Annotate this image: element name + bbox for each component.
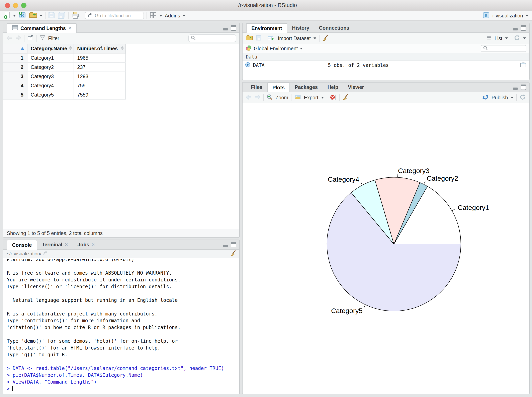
console-output-line — [7, 263, 239, 270]
filter-button-label[interactable]: Filter — [48, 36, 59, 41]
row-number-header[interactable] — [3, 44, 27, 53]
minimize-pane-icon[interactable] — [223, 242, 228, 248]
import-dataset-caret[interactable] — [314, 37, 316, 39]
tab-console[interactable]: Console — [7, 240, 37, 250]
viewer-status-bar: Showing 1 to 5 of 5 entries, 2 total col… — [3, 229, 239, 237]
pane-layout-menu-caret[interactable] — [159, 15, 162, 17]
refresh-menu-caret[interactable] — [523, 37, 526, 39]
environment-scope-selector[interactable]: Global Environment — [254, 46, 298, 51]
tab-viewer[interactable]: Viewer — [343, 82, 369, 92]
maximize-pane-icon[interactable] — [521, 84, 526, 91]
minimize-pane-icon[interactable] — [513, 84, 518, 91]
open-file-icon[interactable] — [29, 12, 37, 19]
publish-button[interactable]: Publish — [492, 95, 508, 100]
console-output-line: 'help.start()' for an HTML browser inter… — [7, 345, 239, 351]
previous-plot-icon[interactable] — [246, 95, 252, 100]
sort-toggle-icon[interactable] — [69, 46, 72, 50]
sort-toggle-icon[interactable] — [121, 46, 124, 50]
refresh-icon[interactable] — [514, 35, 520, 42]
expand-object-icon[interactable] — [245, 62, 251, 69]
console-tabbar: Console Terminal× Jobs× — [3, 240, 239, 250]
filter-icon[interactable] — [40, 35, 45, 42]
list-view-button[interactable]: List — [494, 36, 502, 41]
export-plot-button[interactable]: Export — [304, 95, 318, 100]
window-title: ~/r-visualization - RStudio — [235, 2, 297, 8]
zoom-window-button[interactable] — [21, 3, 26, 8]
minimize-pane-icon[interactable] — [513, 25, 518, 31]
addins-menu-caret[interactable] — [183, 15, 185, 17]
tab-connections[interactable]: Connections — [314, 23, 354, 32]
close-tab-icon[interactable]: × — [68, 26, 71, 31]
project-menu-caret[interactable] — [526, 15, 528, 17]
publish-icon[interactable] — [482, 94, 489, 101]
tab-plots[interactable]: Plots — [267, 82, 290, 92]
new-file-menu-caret[interactable] — [13, 15, 16, 17]
environment-search-box[interactable] — [481, 45, 526, 52]
close-window-button[interactable] — [5, 3, 10, 8]
pie-slice-label: Category1 — [458, 204, 489, 211]
export-plot-icon[interactable] — [294, 94, 301, 101]
column-header-number-of-times[interactable]: Number.of.Times — [74, 44, 126, 53]
environment-scope-caret[interactable] — [300, 48, 303, 50]
tab-jobs-label: Jobs — [78, 242, 89, 248]
tab-command-lengths[interactable]: Command Lengths × — [7, 23, 76, 33]
environment-object-row[interactable]: DATA 5 obs. of 2 variables — [242, 61, 529, 70]
close-tab-icon[interactable]: × — [65, 242, 68, 247]
tab-files[interactable]: Files — [246, 82, 267, 92]
import-dataset-button[interactable]: Import Dataset — [278, 36, 311, 41]
new-file-icon[interactable] — [4, 12, 10, 20]
open-file-menu-caret[interactable] — [40, 15, 43, 17]
open-in-new-window-icon[interactable] — [27, 35, 34, 42]
print-icon[interactable] — [71, 12, 79, 20]
clear-environment-icon[interactable] — [322, 35, 328, 42]
close-tab-icon[interactable]: × — [92, 242, 95, 247]
list-view-caret[interactable] — [505, 37, 508, 39]
import-dataset-icon[interactable] — [268, 35, 275, 42]
new-project-icon[interactable]: R — [19, 11, 26, 20]
jump-to-directory-icon[interactable] — [43, 251, 49, 257]
view-data-icon[interactable] — [520, 62, 526, 69]
goto-file-input[interactable] — [95, 13, 139, 19]
clear-console-icon[interactable] — [230, 250, 236, 258]
save-workspace-icon[interactable] — [256, 35, 262, 42]
viewer-toolbar: Filter — [3, 33, 239, 44]
tab-history[interactable]: History — [287, 23, 314, 32]
maximize-pane-icon[interactable] — [521, 25, 526, 31]
list-view-icon[interactable] — [486, 36, 492, 41]
viewer-search-input[interactable] — [197, 36, 231, 41]
tab-help[interactable]: Help — [323, 82, 343, 92]
tab-packages[interactable]: Packages — [290, 82, 323, 92]
pane-layout-icon[interactable] — [150, 12, 157, 19]
zoom-plot-icon[interactable] — [267, 94, 273, 101]
tab-terminal[interactable]: Terminal× — [37, 240, 73, 249]
clear-all-plots-icon[interactable] — [342, 94, 348, 101]
table-cell: 3 — [3, 72, 27, 81]
next-plot-icon[interactable] — [254, 95, 260, 100]
column-header-category-name[interactable]: Category.Name — [27, 44, 74, 53]
console-output[interactable]: Platform: x86_64-apple-darwin15.6.0 (64-… — [4, 259, 239, 393]
back-icon[interactable] — [6, 36, 13, 41]
addins-button[interactable]: Addins — [165, 13, 180, 19]
tab-jobs[interactable]: Jobs× — [73, 240, 100, 249]
viewer-search-box[interactable] — [188, 34, 236, 42]
environment-search-input[interactable] — [489, 46, 522, 51]
save-all-icon[interactable] — [57, 12, 66, 20]
publish-menu-caret[interactable] — [511, 97, 513, 99]
remove-plot-icon[interactable] — [330, 94, 336, 101]
sort-ascending-icon — [21, 47, 24, 50]
console-output-line — [7, 358, 239, 365]
export-menu-caret[interactable] — [321, 97, 324, 99]
project-menu-button[interactable]: r-visualization — [492, 13, 523, 19]
save-icon[interactable] — [48, 12, 55, 19]
refresh-plot-icon[interactable] — [519, 94, 526, 101]
minimize-window-button[interactable] — [13, 3, 18, 8]
load-workspace-icon[interactable] — [246, 35, 253, 42]
forward-icon[interactable] — [15, 36, 21, 41]
console-prompt[interactable]: > — [7, 385, 239, 392]
maximize-pane-icon[interactable] — [231, 242, 236, 248]
tab-environment[interactable]: Environment — [246, 23, 287, 33]
goto-file-box[interactable] — [85, 12, 144, 19]
minimize-pane-icon[interactable] — [223, 25, 228, 31]
maximize-pane-icon[interactable] — [231, 25, 236, 31]
zoom-plot-button[interactable]: Zoom — [275, 95, 288, 100]
